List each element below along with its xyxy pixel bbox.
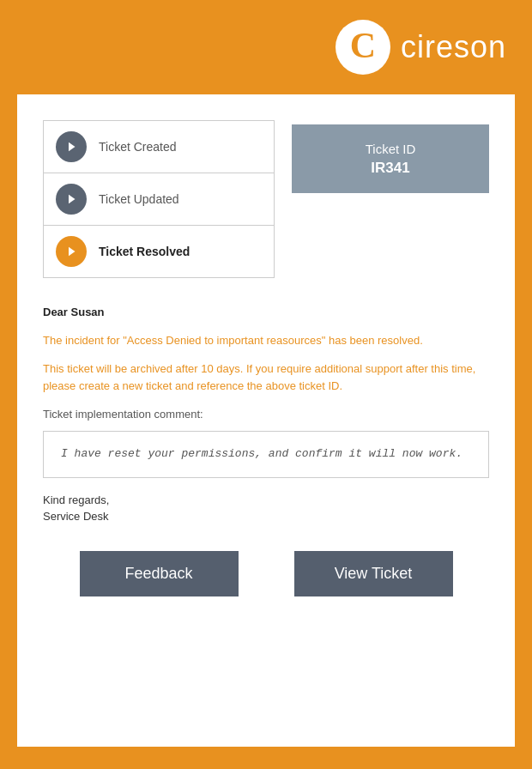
step-ticket-created: Ticket Created <box>44 121 274 173</box>
step-created-icon <box>56 131 87 162</box>
ticket-id-value: IR341 <box>371 160 409 177</box>
email-para1: The incident for "Access Denied to impor… <box>43 332 489 350</box>
step-resolved-icon <box>56 236 87 267</box>
main-card: Ticket Created Ticket Updated Ticket Res… <box>17 94 515 747</box>
footer-bar <box>0 764 532 769</box>
logo-text: cireson <box>401 29 506 65</box>
feedback-button[interactable]: Feedback <box>80 551 239 596</box>
header: C cireson <box>0 0 532 94</box>
comment-label: Ticket implementation comment: <box>43 406 489 424</box>
svg-marker-2 <box>69 247 76 257</box>
step-ticket-resolved: Ticket Resolved <box>44 226 274 277</box>
logo: C cireson <box>336 20 506 75</box>
step-ticket-updated: Ticket Updated <box>44 173 274 226</box>
ticket-id-box: Ticket ID IR341 <box>292 124 489 193</box>
steps-table: Ticket Created Ticket Updated Ticket Res… <box>43 120 275 278</box>
signature-line2: Service Desk <box>43 508 489 525</box>
email-para2: This ticket will be archived after 10 da… <box>43 360 489 397</box>
logo-letter: C <box>350 27 376 64</box>
email-salutation: Dear Susan <box>43 304 489 322</box>
step-updated-label: Ticket Updated <box>99 192 179 206</box>
button-row: Feedback View Ticket <box>43 551 489 596</box>
step-resolved-label: Ticket Resolved <box>99 245 190 258</box>
signature: Kind regards, Service Desk <box>43 492 489 525</box>
view-ticket-button[interactable]: View Ticket <box>294 551 453 596</box>
comment-box: I have reset your permissions, and confi… <box>43 431 489 478</box>
comment-text: I have reset your permissions, and confi… <box>61 447 462 460</box>
step-updated-icon <box>56 184 87 215</box>
logo-circle-icon: C <box>336 20 390 75</box>
svg-marker-1 <box>69 195 76 204</box>
ticket-id-label: Ticket ID <box>366 142 416 156</box>
svg-marker-0 <box>69 142 76 152</box>
step-created-label: Ticket Created <box>99 140 177 154</box>
steps-section: Ticket Created Ticket Updated Ticket Res… <box>43 120 489 278</box>
email-body: Dear Susan The incident for "Access Deni… <box>43 304 489 525</box>
signature-line1: Kind regards, <box>43 492 489 509</box>
